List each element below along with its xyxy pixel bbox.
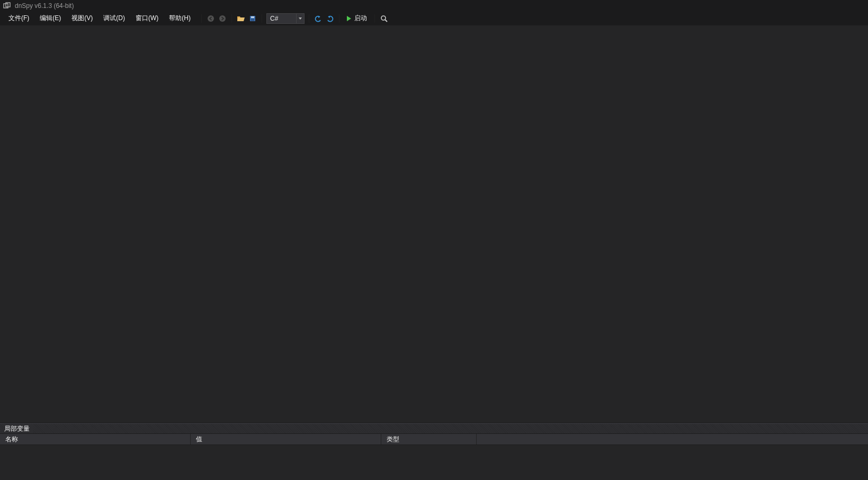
menu-debug[interactable]: 调试(D) (98, 12, 130, 25)
start-debug-button[interactable]: 启动 (344, 13, 370, 24)
svg-rect-6 (251, 19, 254, 21)
locals-col-name[interactable]: 名称 (0, 434, 191, 445)
toolbar-separator (339, 14, 339, 23)
toolbar: C# 启动 (198, 12, 390, 25)
menu-edit[interactable]: 编辑(E) (34, 12, 66, 25)
menubar: 文件(F) 编辑(E) 视图(V) 调试(D) 窗口(W) 帮助(H) (0, 12, 868, 25)
toolbar-separator (309, 14, 309, 23)
nav-back-button[interactable] (206, 14, 216, 23)
toolbar-separator (262, 14, 262, 23)
menu-view[interactable]: 视图(V) (66, 12, 98, 25)
locals-panel-title: 局部变量 (4, 424, 33, 433)
locals-panel: 局部变量 名称 值 类型 (0, 423, 868, 480)
menu-help[interactable]: 帮助(H) (164, 12, 196, 25)
undo-button[interactable] (314, 14, 323, 23)
toolbar-separator (231, 14, 232, 23)
save-module-button[interactable] (248, 14, 257, 23)
start-debug-label: 启动 (354, 14, 367, 23)
open-file-button[interactable] (236, 14, 246, 23)
menu-file[interactable]: 文件(F) (3, 12, 34, 25)
locals-col-filler (477, 434, 868, 445)
toolbar-separator (201, 14, 202, 23)
play-icon (347, 16, 351, 21)
editor-area (0, 25, 868, 423)
locals-column-headers: 名称 值 类型 (0, 434, 868, 445)
search-button[interactable] (379, 14, 389, 23)
language-select-value: C# (270, 15, 296, 22)
language-select[interactable]: C# (266, 13, 305, 24)
locals-panel-body (0, 445, 868, 480)
menu-window[interactable]: 窗口(W) (130, 12, 164, 25)
svg-rect-5 (251, 16, 254, 18)
nav-forward-button[interactable] (218, 14, 227, 23)
svg-point-2 (208, 15, 214, 22)
svg-point-3 (219, 15, 226, 22)
locals-panel-header[interactable]: 局部变量 (0, 423, 868, 434)
locals-col-value[interactable]: 值 (191, 434, 381, 445)
toolbar-separator (374, 14, 375, 23)
app-title: dnSpy v6.1.3 (64-bit) (15, 0, 74, 12)
svg-line-8 (385, 20, 387, 22)
locals-col-type[interactable]: 类型 (381, 434, 477, 445)
app-icon (3, 2, 11, 10)
redo-button[interactable] (325, 14, 335, 23)
titlebar: dnSpy v6.1.3 (64-bit) (0, 0, 868, 12)
chevron-down-icon (296, 14, 304, 23)
svg-point-7 (381, 16, 386, 20)
